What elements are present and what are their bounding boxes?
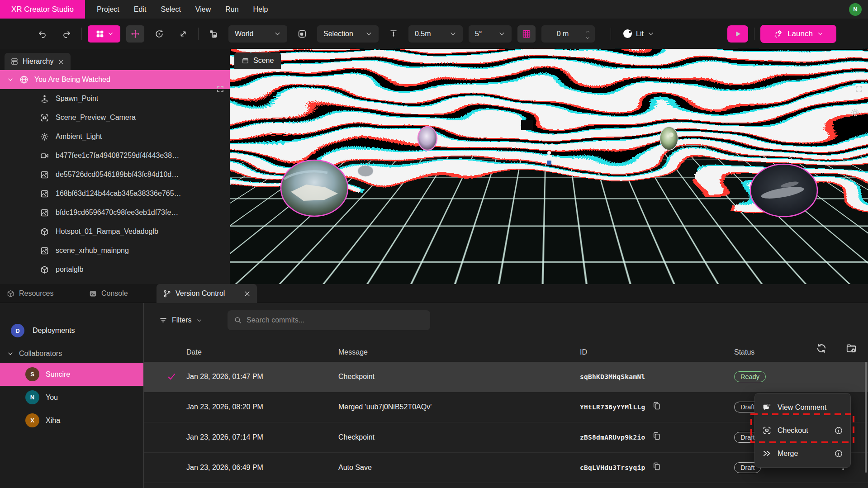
commit-row[interactable]: Jan 28, 2026, 01:47 PM Checkpoint sqBhKD… (144, 362, 868, 392)
hierarchy-root-item[interactable]: You Are Being Watched (0, 70, 230, 89)
filters-button[interactable]: Filters (159, 316, 202, 324)
copy-id-button[interactable] (652, 402, 661, 412)
view-layout-button[interactable] (88, 25, 120, 43)
app-title[interactable]: XR Creator Studio (0, 0, 85, 19)
version-sidebar: D Deployments Collaborators S Suncire (0, 303, 144, 488)
snap-axis-button[interactable] (384, 25, 403, 43)
menu-item[interactable]: Help (246, 0, 275, 19)
move-tool-button[interactable] (126, 25, 144, 43)
world-space-dropdown[interactable]: World (228, 25, 287, 43)
context-menu-item[interactable]: Checkout (755, 419, 850, 442)
collaborator-name: Xiha (46, 417, 60, 425)
bottom-tabbar: Resources Console Version Control (0, 284, 868, 303)
tab-console[interactable]: Console (89, 284, 128, 303)
version-control-icon[interactable] (829, 4, 841, 15)
tab-resources[interactable]: Resources (6, 284, 53, 303)
move-snap-dropdown[interactable]: 0.5m (408, 25, 463, 43)
hierarchy-list: Spawn_Point Scene_Preview_Camera Ambient… (0, 89, 230, 279)
commit-id: sqBhKD3MHqSkamNl (580, 373, 645, 380)
stepper-up-button[interactable] (584, 28, 591, 33)
shading-mode-dropdown[interactable]: Lit (617, 25, 660, 43)
chevron-down-icon (498, 30, 505, 37)
hierarchy-panel: Hierarchy You Are Being Watched Spawn_Po… (0, 49, 230, 284)
copy-icon (652, 463, 661, 488)
collaborator-item[interactable]: N You (0, 386, 143, 409)
menu-item[interactable]: Select (153, 0, 188, 19)
hierarchy-item[interactable]: Ambient_Light (0, 127, 230, 146)
hierarchy-item-label: Hotspot_01_Rampa_Vedadoglb (56, 227, 158, 236)
hierarchy-item[interactable]: de55726dcd0546189bbf43fc84d10d… (0, 165, 230, 184)
view-comment-button[interactable] (800, 371, 811, 382)
refresh-button[interactable] (816, 314, 827, 326)
hierarchy-item[interactable]: b477fee1c7fa494087259df4f443e38… (0, 146, 230, 165)
menu-item[interactable]: Run (218, 0, 246, 19)
collaborator-item[interactable]: S Suncire (0, 363, 143, 386)
copy-id-button[interactable] (652, 372, 661, 382)
toolbar-divider (611, 28, 611, 40)
sidebar-item-deployments[interactable]: D Deployments (0, 320, 143, 341)
close-icon (244, 290, 251, 297)
grid-height-stepper[interactable]: 0 m (541, 25, 595, 43)
redo-button[interactable] (57, 25, 76, 43)
scale-tool-button[interactable] (174, 25, 192, 43)
context-menu-item[interactable]: Merge (755, 442, 850, 465)
copy-id-button[interactable] (652, 463, 661, 473)
undo-button[interactable] (33, 25, 52, 43)
commit-message: Checkpoint (338, 373, 580, 381)
tab-version-control[interactable]: Version Control (157, 284, 257, 303)
collaborators-list: S Suncire N You X Xiha (0, 363, 143, 432)
info-button[interactable] (834, 426, 843, 435)
rotate-snap-value: 5° (475, 30, 482, 38)
rotate-snap-dropdown[interactable]: 5° (469, 25, 512, 43)
pivot-mode-button[interactable] (293, 25, 311, 43)
info-button[interactable] (834, 403, 843, 412)
repo-settings-button[interactable] (845, 314, 857, 326)
tab-scene[interactable]: Scene (234, 52, 281, 69)
rotate-tool-button[interactable] (150, 25, 168, 43)
copy-id-button[interactable] (652, 432, 661, 442)
play-button[interactable] (727, 25, 748, 43)
stepper-down-button[interactable] (584, 34, 591, 40)
menu-item[interactable]: View (188, 0, 218, 19)
grid-snap-button[interactable] (517, 25, 536, 43)
info-button[interactable] (834, 449, 843, 458)
table-scrollbar[interactable] (865, 362, 867, 473)
bottom-panel-expand-button[interactable] (854, 289, 863, 298)
hierarchy-item[interactable]: Scene_Preview_Camera (0, 108, 230, 127)
scene-expand-button[interactable] (855, 55, 863, 63)
hierarchy-item[interactable]: portalglb (0, 260, 230, 279)
scene-viewport[interactable]: Scene (230, 49, 868, 284)
hierarchy-tab-close-button[interactable] (57, 58, 65, 65)
toolbar-divider (81, 28, 82, 40)
context-menu-item[interactable]: View Comment (755, 396, 850, 419)
hierarchy-item[interactable]: Hotspot_01_Rampa_Vedadoglb (0, 222, 230, 241)
collaborator-item[interactable]: X Xiha (0, 409, 143, 432)
commit-id: zBS8dmARUvp9k2io (580, 434, 645, 441)
hierarchy-item-label: Ambient_Light (56, 133, 102, 141)
undo-icon (38, 29, 47, 39)
chevron-down-icon[interactable] (7, 76, 14, 83)
hierarchy-expand-button[interactable] (216, 55, 224, 63)
row-menu-button[interactable] (838, 372, 848, 382)
box-icon (6, 289, 15, 298)
terminal-icon (89, 289, 97, 298)
search-commits-input[interactable] (247, 316, 424, 324)
menu-item[interactable]: Edit (127, 0, 154, 19)
transform-space-button[interactable] (204, 25, 223, 43)
branch-icon (163, 289, 171, 298)
hierarchy-item[interactable]: Spawn_Point (0, 89, 230, 108)
hierarchy-item-icon (40, 113, 49, 123)
user-avatar[interactable]: N (849, 3, 862, 16)
tab-hierarchy[interactable]: Hierarchy (5, 53, 71, 70)
hierarchy-item[interactable]: bfdc19cd6596470c98fee3eb1df73fe… (0, 203, 230, 222)
hierarchy-item-label: 168bf63d124b44cab345a38336e765… (56, 190, 181, 198)
version-control-tab-close-button[interactable] (243, 290, 251, 297)
collaborators-section-header[interactable]: Collaborators (0, 345, 143, 363)
chevron-down-icon (450, 30, 456, 37)
scene-settings-button[interactable] (849, 79, 861, 90)
pivot-dropdown[interactable]: Selection (317, 25, 379, 43)
hierarchy-item[interactable]: 168bf63d124b44cab345a38336e765… (0, 184, 230, 203)
hierarchy-item[interactable]: scene_xrhub_mainpng (0, 241, 230, 260)
launch-button[interactable]: Launch (760, 25, 836, 43)
menu-item[interactable]: Project (90, 0, 127, 19)
